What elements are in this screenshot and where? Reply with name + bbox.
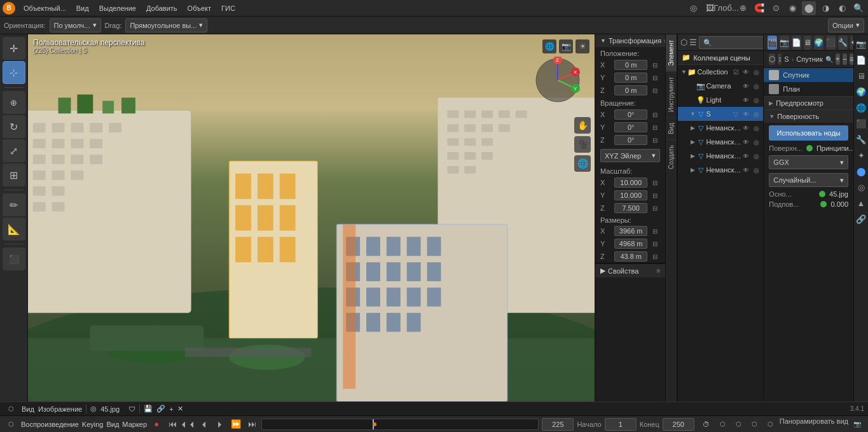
anim-options1[interactable]: ⬡ <box>716 417 730 431</box>
s-filter-icon[interactable]: ▽ <box>731 109 740 118</box>
viewport-shading-icon[interactable]: 🌐 <box>542 39 556 53</box>
anim-options3[interactable]: ⬡ <box>748 417 762 431</box>
options-dropdown[interactable]: Опции ▾ <box>828 18 864 32</box>
anim-step-back-btn[interactable]: ⏴ <box>198 418 210 431</box>
dim-y-value[interactable]: 4968 m <box>614 239 647 249</box>
preview-section-header[interactable]: ▶ Предпросмотр <box>764 96 853 109</box>
bottom-view-menu[interactable]: Вид <box>22 405 34 413</box>
end-frame-field[interactable]: 250 <box>663 418 694 431</box>
rs-icon-object[interactable]: ⬛ <box>854 116 868 130</box>
menu-objectmode[interactable]: Объектный... <box>19 3 71 13</box>
material-item-sputnik[interactable]: Спутник <box>764 68 853 82</box>
rs-icon-world[interactable]: 🌐 <box>854 101 868 115</box>
outliner-display-icon[interactable]: ☰ <box>689 37 697 48</box>
pos-y-copy[interactable]: ⊟ <box>650 73 660 83</box>
rs-icon-material[interactable]: ⬤ <box>854 164 868 178</box>
props-tab-modifier[interactable]: 🔧 <box>838 36 848 50</box>
neman1-eye-icon[interactable]: 👁 <box>741 123 750 132</box>
pos-z-value[interactable]: 0 m <box>614 85 647 95</box>
rot-z-copy[interactable]: ⊟ <box>650 135 660 145</box>
annotate-tool[interactable]: ✏ <box>3 193 25 216</box>
tab-tool[interactable]: Инструмент <box>666 71 677 117</box>
pos-z-copy[interactable]: ⊟ <box>650 85 660 95</box>
start-frame-field[interactable]: 1 <box>605 418 637 431</box>
dim-y-copy[interactable]: ⊟ <box>650 239 660 249</box>
props-tab-view[interactable]: 🖥 <box>804 36 811 50</box>
s-eye-icon[interactable]: 👁 <box>741 109 750 118</box>
scale-x-value[interactable]: 10.000 <box>614 178 647 188</box>
anim-prev-frame-btn[interactable]: ⏴⏴ <box>182 418 195 431</box>
outliner-item-collection[interactable]: ▼ 📁 Collection ☑ 👁 ◎ <box>678 65 763 79</box>
rot-z-value[interactable]: 0° <box>614 135 647 145</box>
rs-icon-particles[interactable]: ✦ <box>854 148 868 162</box>
anim-record-btn[interactable]: ● <box>150 418 163 431</box>
light-eye-icon[interactable]: 👁 <box>741 95 750 104</box>
menu-add[interactable]: Добавить <box>142 3 182 13</box>
props-remove-btn[interactable]: − <box>843 53 847 65</box>
viewport-camera-icon[interactable]: 📷 <box>559 39 573 53</box>
neman3-render-icon[interactable]: ◎ <box>752 151 761 160</box>
pos-y-value[interactable]: 0 m <box>614 73 647 83</box>
neman2-render-icon[interactable]: ◎ <box>752 137 761 146</box>
props-add-btn[interactable]: + <box>836 53 840 65</box>
outliner-item-s[interactable]: ▼ ▽ S ▽ 👁 ◎ <box>678 107 763 121</box>
transform-tool[interactable]: ⊞ <box>3 164 25 186</box>
snap-icon[interactable]: 🧲 <box>752 1 766 15</box>
measure-tool[interactable]: 📐 <box>3 218 25 240</box>
view-menu[interactable]: Вид <box>106 421 119 428</box>
overlay-icon[interactable]: ◉ <box>785 1 799 15</box>
anim-last-frame-btn[interactable]: ⏭ <box>245 418 258 431</box>
bottom-image-menu[interactable]: Изображение <box>38 405 82 413</box>
neman3-eye-icon[interactable]: 👁 <box>741 151 750 160</box>
tab-element[interactable]: Элемент <box>666 34 677 71</box>
drag-dropdown[interactable]: Прямоугольное вы... ▾ <box>125 18 207 32</box>
render-icon[interactable]: ◎ <box>686 1 700 15</box>
outliner-item-neman3[interactable]: ▶ ▽ Неманский пр. 👁 ◎ <box>678 149 763 163</box>
light-render-icon[interactable]: ◎ <box>752 95 761 104</box>
transform-icon[interactable]: ⊕ <box>736 1 750 15</box>
neman2-eye-icon[interactable]: 👁 <box>741 137 750 146</box>
pos-x-copy[interactable]: ⊟ <box>650 60 660 70</box>
hand-tool-icon[interactable]: ✋ <box>574 117 591 134</box>
tab-view[interactable]: Вид <box>666 117 677 139</box>
menu-object[interactable]: Объект <box>183 3 216 13</box>
nav-gizmo[interactable]: X Y Z <box>534 57 582 106</box>
scale-y-copy[interactable]: ⊟ <box>650 190 660 200</box>
move-tool[interactable]: ⊕ <box>3 91 25 114</box>
breadcrumb-search-icon[interactable]: 🔍 <box>825 56 833 63</box>
marker-menu[interactable]: Маркер <box>122 421 147 428</box>
rs-icon-view[interactable]: 🖥 <box>854 69 868 83</box>
dim-x-value[interactable]: 3966 m <box>614 226 647 236</box>
props-tab-world[interactable]: 🌍 <box>814 36 823 50</box>
collection-eye-icon[interactable]: 👁 <box>741 67 750 76</box>
dim-z-copy[interactable]: ⊟ <box>650 251 660 261</box>
timeline-track[interactable] <box>261 419 539 430</box>
camera-toggle-icon[interactable]: 📷 <box>850 417 864 431</box>
scale-x-copy[interactable]: ⊟ <box>650 178 660 188</box>
shading-render[interactable]: ◐ <box>835 1 849 15</box>
pos-x-value[interactable]: 0 m <box>614 60 647 70</box>
props-tab-object[interactable]: ⬛ <box>826 36 836 50</box>
scale-y-value[interactable]: 10.000 <box>614 190 647 200</box>
collection-restrict-icon[interactable]: ☑ <box>731 67 740 76</box>
distribution-dropdown[interactable]: GGX ▾ <box>769 155 848 169</box>
rs-icon-data[interactable]: ▲ <box>854 196 868 210</box>
scale-z-value[interactable]: 7.500 <box>614 203 647 213</box>
outliner-item-neman2[interactable]: ▶ ▽ Неманский пр. 👁 ◎ <box>678 135 763 149</box>
proportional-icon[interactable]: ⊙ <box>769 1 783 15</box>
menu-gis[interactable]: ГИС <box>217 3 240 13</box>
neman4-eye-icon[interactable]: 👁 <box>741 165 750 174</box>
random-walk-dropdown[interactable]: Случайный... ▾ <box>769 173 848 187</box>
bottom-x-icon[interactable]: ✕ <box>177 405 183 413</box>
search-icon[interactable]: 🔍 <box>851 1 865 15</box>
neman1-render-icon[interactable]: ◎ <box>752 123 761 132</box>
anim-play-btn[interactable]: ⏵ <box>214 418 226 431</box>
rot-x-value[interactable]: 0° <box>614 109 647 120</box>
scale-z-copy[interactable]: ⊟ <box>650 203 660 213</box>
anim-options4[interactable]: ⬡ <box>764 417 778 431</box>
rot-x-copy[interactable]: ⊟ <box>650 109 660 120</box>
keying-menu[interactable]: Keying <box>82 421 104 428</box>
shading-solid[interactable]: ⬤ <box>802 1 816 15</box>
outliner-item-neman1[interactable]: ▶ ▽ Неманский пр. 👁 ◎ <box>678 121 763 135</box>
rs-icon-modifier[interactable]: 🔧 <box>854 132 868 146</box>
